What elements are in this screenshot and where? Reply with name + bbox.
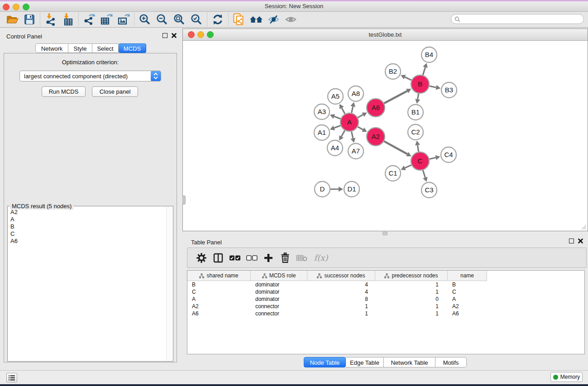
graph-edge-A-A5[interactable] <box>342 108 345 114</box>
table-cell[interactable]: 1 <box>375 281 448 288</box>
function-builder-icon[interactable]: f(x) <box>310 250 332 266</box>
close-panel-icon[interactable] <box>172 33 177 38</box>
zoom-selected-icon[interactable] <box>188 12 205 27</box>
graph-edge-A2-C[interactable] <box>384 141 407 154</box>
unselect-all-icon[interactable] <box>243 250 260 266</box>
table-cell[interactable]: C <box>448 288 487 295</box>
column-header-shared-name[interactable]: shared name <box>187 271 251 281</box>
graph-edge-C-C3[interactable] <box>423 170 425 177</box>
zoom-out-icon[interactable] <box>153 12 171 27</box>
tab-mcds[interactable]: MCDS <box>119 43 146 53</box>
table-row[interactable]: Adominator80A <box>187 295 584 303</box>
graph-edge-B-B1[interactable] <box>418 94 419 100</box>
graph-edge-C-C2[interactable] <box>417 145 418 152</box>
table-cell[interactable]: 8 <box>307 295 375 303</box>
table-cell[interactable]: connector <box>251 310 307 317</box>
table-row[interactable]: Cdominator41C <box>187 288 584 295</box>
table-cell[interactable]: 4 <box>307 281 375 288</box>
graph-edge-A-A7[interactable] <box>351 132 353 138</box>
float-panel-icon[interactable] <box>569 238 574 243</box>
network-canvas[interactable]: B4B2BB3A5A8A6B1A3AC2A1A2A4A7C4CC1C3DD1 <box>183 40 588 231</box>
table-cell[interactable]: dominator <box>251 295 307 303</box>
graph-edge-A6-B[interactable] <box>384 91 407 103</box>
split-columns-icon[interactable] <box>210 250 226 266</box>
open-session-icon[interactable] <box>4 12 21 27</box>
column-header-predecessor-nodes[interactable]: predecessor nodes <box>375 271 448 281</box>
tab-network-table[interactable]: Network Table <box>384 357 435 367</box>
tab-edge-table[interactable]: Edge Table <box>346 357 384 367</box>
table-cell[interactable]: A2 <box>448 303 487 310</box>
network-graph[interactable]: B4B2BB3A5A8A6B1A3AC2A1A2A4A7C4CC1C3DD1 <box>183 40 588 231</box>
table-cell[interactable]: C <box>187 288 251 295</box>
show-graphics-details-icon[interactable] <box>282 12 299 27</box>
memory-button[interactable]: Memory <box>550 372 583 382</box>
tab-network[interactable]: Network <box>35 43 68 53</box>
export-table-icon[interactable] <box>98 12 115 27</box>
table-cell[interactable]: A <box>448 295 487 303</box>
table-cell[interactable]: dominator <box>251 281 307 288</box>
column-header-successor-nodes[interactable]: successor nodes <box>307 271 375 281</box>
table-cell[interactable]: 0 <box>375 295 448 303</box>
mcds-result-item[interactable]: A <box>8 216 166 223</box>
table-cell[interactable]: A <box>187 295 251 303</box>
graph-edge-B-B3[interactable] <box>430 86 436 87</box>
first-neighbors-icon[interactable] <box>248 12 265 27</box>
table-cell[interactable]: A6 <box>448 310 487 317</box>
graph-edge-A-A1[interactable] <box>334 125 340 128</box>
graph-edge-A-A4[interactable] <box>341 130 345 136</box>
tab-select[interactable]: Select <box>92 43 119 53</box>
table-cell[interactable]: 1 <box>375 303 448 310</box>
graph-edge-A-A3[interactable] <box>334 116 340 119</box>
table-row[interactable]: Bdominator41B <box>187 281 584 288</box>
table-cell[interactable]: connector <box>251 303 307 310</box>
graph-edge-C-C4[interactable] <box>429 157 435 159</box>
delete-table-icon[interactable] <box>293 250 310 266</box>
mcds-result-item[interactable]: A6 <box>8 238 166 245</box>
tab-style[interactable]: Style <box>68 43 92 53</box>
search-input[interactable] <box>462 15 583 23</box>
import-network-icon[interactable] <box>42 12 59 27</box>
add-column-icon[interactable] <box>260 250 277 266</box>
splitter-handle-horizontal[interactable] <box>382 232 387 235</box>
hide-graphics-details-icon[interactable] <box>265 12 282 27</box>
table-cell[interactable]: B <box>448 281 487 288</box>
table-cell[interactable]: 4 <box>307 288 375 295</box>
graph-edge-B-B2[interactable] <box>405 77 411 80</box>
minimize-window-button[interactable] <box>13 4 19 10</box>
mcds-result-scrollbar[interactable] <box>166 207 172 361</box>
graph-edge-A-A8[interactable] <box>352 106 353 113</box>
column-header-MCDS-role[interactable]: MCDS role <box>251 271 307 281</box>
tab-motifs[interactable]: Motifs <box>435 357 467 367</box>
refresh-icon[interactable] <box>209 12 226 27</box>
mcds-result-item[interactable]: B <box>8 223 166 230</box>
network-window-titlebar[interactable]: testGlobe.txt <box>183 29 588 41</box>
table-cell[interactable]: 1 <box>307 303 375 310</box>
table-cell[interactable]: 1 <box>375 288 448 295</box>
table-row[interactable]: A6connector11A6 <box>187 310 584 317</box>
import-table-icon[interactable] <box>59 12 76 27</box>
graph-edge-A-A6[interactable] <box>358 114 363 117</box>
settings-gear-icon[interactable] <box>193 250 210 266</box>
table-cell[interactable]: A6 <box>187 310 251 317</box>
graph-edge-B-B4[interactable] <box>423 67 425 75</box>
table-cell[interactable]: 1 <box>375 310 448 317</box>
splitter-handle-vertical[interactable] <box>182 195 186 205</box>
select-all-icon[interactable] <box>226 250 243 266</box>
zoom-in-icon[interactable] <box>136 12 153 27</box>
export-network-icon[interactable] <box>81 12 98 27</box>
graph-edge-A-A2[interactable] <box>358 127 363 129</box>
show-panels-button[interactable] <box>6 373 17 382</box>
table-row[interactable]: A2connector11A2 <box>187 303 584 310</box>
table-cell[interactable]: B <box>187 281 251 288</box>
table-cell[interactable]: dominator <box>251 288 307 295</box>
maximize-window-button[interactable] <box>23 4 29 10</box>
toolbar-search-field[interactable] <box>451 14 584 24</box>
table-cell[interactable]: A2 <box>187 303 251 310</box>
delete-column-icon[interactable] <box>277 250 293 266</box>
close-window-button[interactable] <box>3 4 10 10</box>
mcds-result-item[interactable]: A2 <box>8 209 166 216</box>
mcds-result-item[interactable]: C <box>8 230 166 238</box>
zoom-fit-icon[interactable] <box>171 12 188 27</box>
close-panel-button[interactable]: Close panel <box>92 86 138 97</box>
save-session-icon[interactable] <box>21 12 38 27</box>
